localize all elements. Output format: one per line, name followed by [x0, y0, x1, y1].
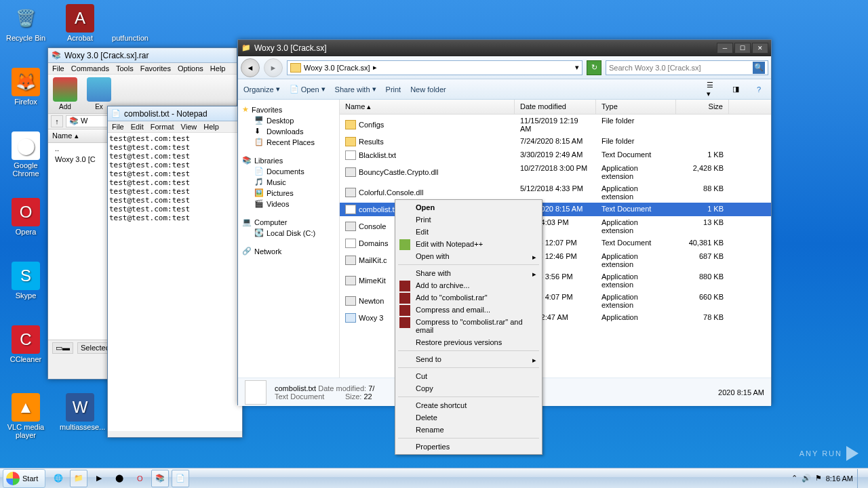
desktop-icon-skype[interactable]: SSkype: [5, 262, 46, 300]
nav-item-music[interactable]: 🎵Music: [241, 177, 336, 188]
notepad-menu-format[interactable]: Format: [151, 123, 174, 131]
notepad-menu-edit[interactable]: Edit: [131, 123, 144, 131]
ctx-cut[interactable]: Cut: [397, 370, 540, 382]
ctx-compress-and-email-[interactable]: Compress and email...: [397, 304, 540, 316]
file-row[interactable]: Results7/24/2020 8:15 AMFile folder: [340, 135, 771, 148]
ctx-edit-with-notepad-[interactable]: Edit with Notepad++: [397, 238, 540, 250]
col-date[interactable]: Date modified: [515, 100, 596, 114]
show-desktop-button[interactable]: [857, 469, 863, 488]
desktop: 🗑️Recycle BinAAcrobatputfunction🦊Firefox…: [0, 0, 868, 488]
system-tray: ⌃ 🔊 ⚑ 8:16 AM: [786, 469, 868, 488]
winrar-menu-commands[interactable]: Commands: [71, 64, 109, 73]
winrar-menu-options[interactable]: Options: [178, 64, 203, 73]
share-button[interactable]: Share with ▾: [335, 85, 376, 94]
winrar-menu-tools[interactable]: Tools: [116, 64, 134, 73]
ctx-print[interactable]: Print: [397, 214, 540, 226]
file-row[interactable]: Blacklist.txt3/30/2019 2:49 AMText Docum…: [340, 148, 771, 162]
desktop-icon-multiassese-[interactable]: Wmultiassese...: [60, 393, 100, 431]
ctx-add-to-combolist-rar-[interactable]: Add to "combolist.rar": [397, 291, 540, 304]
taskbar-explorer[interactable]: 📁: [70, 470, 87, 487]
open-button[interactable]: 📄 Open ▾: [290, 85, 326, 94]
chevron-down-icon[interactable]: ▸: [373, 63, 377, 72]
col-name[interactable]: Name ▴: [340, 100, 515, 114]
print-button[interactable]: Print: [386, 85, 401, 94]
nav-item-downloads[interactable]: ⬇Downloads: [241, 126, 336, 137]
notepad-titlebar[interactable]: 📄 combolist.txt - Notepad: [108, 106, 242, 121]
close-button[interactable]: ✕: [752, 43, 768, 54]
ctx-send-to[interactable]: Send to▸: [397, 353, 540, 365]
ctx-compress-to-combolist-rar-and-email[interactable]: Compress to "combolist.rar" and email: [397, 316, 540, 336]
taskbar-notepad[interactable]: 📄: [172, 470, 189, 487]
desktop-icon-vlc-media-player[interactable]: ▲VLC media player: [5, 393, 46, 439]
notepad-menu-help[interactable]: Help: [203, 123, 219, 131]
network-header[interactable]: 🔗 Network: [241, 245, 336, 257]
winrar-menu-help[interactable]: Help: [210, 64, 226, 73]
minimize-button[interactable]: ─: [717, 43, 733, 54]
taskbar-winrar[interactable]: 📚: [151, 470, 169, 487]
nav-item-documents[interactable]: 📄Documents: [241, 166, 336, 177]
computer-header[interactable]: 💻 Computer: [241, 216, 336, 228]
file-row[interactable]: BouncyCastle.Crypto.dll10/27/2018 3:00 P…: [340, 162, 771, 182]
ctx-properties[interactable]: Properties: [397, 441, 540, 453]
ctx-restore-previous-versions[interactable]: Restore previous versions: [397, 336, 540, 348]
forward-button[interactable]: ►: [264, 58, 283, 77]
notepad-menu-view[interactable]: View: [181, 123, 197, 131]
winrar-menu-favorites[interactable]: Favorites: [140, 64, 171, 73]
ctx-open-with[interactable]: Open with▸: [397, 250, 540, 262]
newfolder-button[interactable]: New folder: [410, 85, 446, 94]
taskbar-opera[interactable]: O: [131, 470, 149, 487]
winrar-tb-add[interactable]: Add: [51, 77, 79, 110]
search-input[interactable]: Search Woxy 3.0 [Crack.sx] 🔍: [606, 60, 768, 75]
help-icon[interactable]: ?: [752, 83, 766, 96]
desktop-icon-recycle-bin[interactable]: 🗑️Recycle Bin: [5, 4, 46, 42]
ctx-copy[interactable]: Copy: [397, 382, 540, 394]
taskbar-ie[interactable]: 🌐: [50, 470, 67, 487]
watermark: ANY RUN: [800, 446, 859, 461]
favorites-header[interactable]: ★Favorites: [241, 104, 336, 115]
nav-item-recent-places[interactable]: 📋Recent Places: [241, 137, 336, 148]
desktop-icon-putfunction[interactable]: putfunction: [110, 4, 151, 42]
nav-item-pictures[interactable]: 🖼️Pictures: [241, 188, 336, 199]
ctx-create-shortcut[interactable]: Create shortcut: [397, 399, 540, 411]
flag-icon[interactable]: ⚑: [815, 474, 822, 483]
winrar-up-icon[interactable]: ↑: [51, 115, 63, 127]
search-icon[interactable]: 🔍: [753, 62, 765, 74]
maximize-button[interactable]: ☐: [734, 43, 751, 54]
notepad-content[interactable]: test@test.com:test test@test.com:test te…: [108, 133, 242, 431]
desktop-icon-firefox[interactable]: 🦊Firefox: [5, 68, 46, 106]
libraries-header[interactable]: 📚 Libraries: [241, 155, 336, 166]
preview-button[interactable]: ◨: [729, 83, 743, 96]
clock[interactable]: 8:16 AM: [826, 474, 853, 483]
explorer-titlebar[interactable]: 📁 Woxy 3.0 [Crack.sx] ─ ☐ ✕: [238, 40, 771, 56]
nav-item-desktop[interactable]: 🖥️Desktop: [241, 115, 336, 126]
address-bar[interactable]: Woxy 3.0 [Crack.sx] ▸ ▾: [287, 60, 583, 75]
desktop-icon-ccleaner[interactable]: CCCleaner: [5, 325, 46, 363]
ctx-add-to-archive-[interactable]: Add to archive...: [397, 279, 540, 291]
taskbar-wmp[interactable]: ▶: [90, 470, 108, 487]
desktop-icon-acrobat[interactable]: AAcrobat: [60, 4, 100, 42]
taskbar-chrome[interactable]: ⬤: [111, 470, 128, 487]
ctx-edit[interactable]: Edit: [397, 226, 540, 238]
start-button[interactable]: Start: [3, 469, 45, 488]
organize-button[interactable]: Organize ▾: [243, 85, 280, 94]
view-button[interactable]: ☰ ▾: [706, 83, 719, 96]
ctx-delete[interactable]: Delete: [397, 411, 540, 424]
volume-icon[interactable]: 🔊: [802, 474, 811, 483]
col-type[interactable]: Type: [596, 100, 676, 114]
tray-expand-icon[interactable]: ⌃: [791, 474, 797, 483]
notepad-menu-file[interactable]: File: [112, 123, 124, 131]
ctx-rename[interactable]: Rename: [397, 424, 540, 436]
winrar-titlebar[interactable]: 📚 Woxy 3.0 [Crack.sx].rar: [48, 48, 237, 63]
ctx-open[interactable]: Open: [397, 201, 540, 214]
desktop-icon-opera[interactable]: OOpera: [5, 198, 46, 236]
nav-item-videos[interactable]: 🎬Videos: [241, 199, 336, 209]
dropdown-icon[interactable]: ▾: [575, 63, 579, 72]
winrar-menu-file[interactable]: File: [52, 64, 64, 73]
back-button[interactable]: ◄: [241, 58, 260, 77]
file-row[interactable]: Configs11/15/2019 12:19 AMFile folder: [340, 115, 771, 135]
ctx-share-with[interactable]: Share with▸: [397, 267, 540, 279]
nav-item-local-disk-c-[interactable]: 💽Local Disk (C:): [241, 228, 336, 239]
refresh-button[interactable]: ↻: [587, 60, 601, 75]
col-size[interactable]: Size: [676, 100, 729, 114]
desktop-icon-google-chrome[interactable]: ⬤Google Chrome: [5, 131, 46, 178]
